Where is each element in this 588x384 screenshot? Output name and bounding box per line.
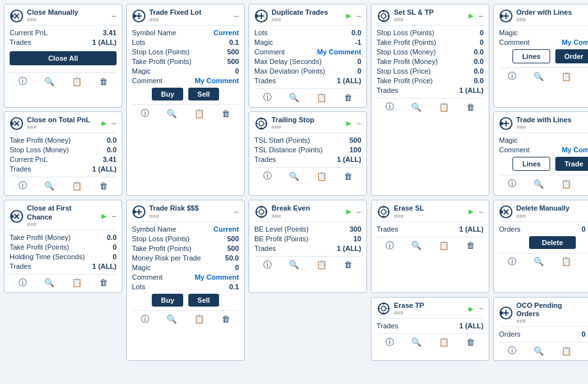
footer-icons: ⓘ 🔍 📋 🗑 [132, 310, 239, 325]
card-menu-icon[interactable]: − [111, 119, 117, 128]
copy-icon[interactable]: 📋 [439, 337, 449, 347]
search-icon[interactable]: 🔍 [534, 179, 544, 189]
play-icon[interactable]: ► [100, 118, 108, 128]
info-icon[interactable]: ⓘ [508, 345, 516, 356]
info-icon[interactable]: ⓘ [19, 277, 27, 289]
copy-icon[interactable]: 📋 [561, 257, 571, 266]
trailing-stop-icon [254, 116, 268, 131]
trade-button[interactable]: Trade [555, 157, 588, 171]
footer-icons: ⓘ 🔍 📋 🗑 [499, 342, 588, 356]
card-title: Trade Risk $$$ [149, 204, 231, 212]
search-icon[interactable]: 🔍 [534, 346, 544, 356]
buy-button[interactable]: Buy [152, 88, 183, 100]
play-icon[interactable]: ► [100, 211, 108, 221]
info-icon[interactable]: ⓘ [263, 170, 272, 182]
search-icon[interactable]: 🔍 [44, 278, 54, 287]
delete-manually-icon [499, 205, 513, 219]
play-icon[interactable]: ► [345, 207, 353, 216]
card-menu-icon[interactable]: − [234, 12, 239, 20]
copy-icon[interactable]: 📋 [72, 181, 82, 191]
erase-tp-icon [377, 301, 391, 316]
trash-icon[interactable]: 🗑 [99, 77, 108, 86]
trash-icon[interactable]: 🗑 [99, 278, 108, 287]
trash-icon[interactable]: 🗑 [344, 93, 352, 102]
card-menu-icon[interactable]: − [356, 12, 361, 20]
card-title: OCO Pending Orders [516, 301, 586, 318]
copy-icon[interactable]: 📋 [561, 72, 571, 81]
play-icon[interactable]: ► [345, 118, 353, 128]
magic-row: Magic 0 [132, 67, 239, 75]
copy-icon[interactable]: 📋 [439, 102, 449, 112]
play-icon[interactable]: ► [345, 11, 353, 20]
lines-button[interactable]: Lines [512, 157, 550, 171]
card-menu-icon[interactable]: − [356, 119, 361, 128]
copy-icon[interactable]: 📋 [561, 179, 571, 189]
play-icon[interactable]: ► [467, 11, 475, 20]
copy-icon[interactable]: 📋 [316, 93, 327, 102]
copy-icon[interactable]: 📋 [194, 109, 204, 118]
search-icon[interactable]: 🔍 [411, 102, 421, 112]
search-icon[interactable]: 🔍 [167, 109, 177, 118]
card-menu-icon[interactable]: − [478, 304, 484, 313]
card-menu-icon[interactable]: − [111, 212, 117, 221]
trash-icon[interactable]: 🗑 [99, 181, 108, 191]
search-icon[interactable]: 🔍 [44, 77, 54, 86]
card-subtitle: ### [272, 17, 341, 23]
card-menu-icon[interactable]: − [111, 12, 117, 20]
copy-icon[interactable]: 📋 [194, 314, 204, 324]
info-icon[interactable]: ⓘ [386, 337, 394, 348]
copy-icon[interactable]: 📋 [316, 260, 327, 269]
info-icon[interactable]: ⓘ [141, 314, 149, 325]
info-icon[interactable]: ⓘ [508, 256, 516, 268]
search-icon[interactable]: 🔍 [289, 93, 299, 102]
card-subtitle: ### [149, 213, 231, 220]
trash-icon[interactable]: 🗑 [222, 314, 230, 324]
search-icon[interactable]: 🔍 [411, 241, 421, 250]
search-icon[interactable]: 🔍 [44, 181, 54, 191]
card-menu-icon[interactable]: − [356, 207, 361, 216]
delete-button[interactable]: Delete [529, 236, 576, 249]
info-icon[interactable]: ⓘ [263, 259, 272, 271]
trash-icon[interactable]: 🗑 [344, 260, 352, 269]
card-menu-icon[interactable]: − [478, 207, 484, 216]
info-icon[interactable]: ⓘ [19, 180, 27, 191]
card-menu-icon[interactable]: − [478, 12, 484, 20]
trash-icon[interactable]: 🗑 [466, 337, 475, 347]
info-icon[interactable]: ⓘ [508, 70, 516, 82]
info-icon[interactable]: ⓘ [386, 101, 394, 113]
info-icon[interactable]: ⓘ [19, 76, 27, 87]
search-icon[interactable]: 🔍 [289, 260, 299, 269]
card-menu-icon[interactable]: − [234, 207, 239, 216]
card-oco-pending-orders: OCO Pending Orders ### ► − Orders0 (ALL)… [493, 297, 588, 361]
trash-icon[interactable]: 🗑 [344, 172, 352, 181]
order-button[interactable]: Order [555, 49, 588, 63]
info-icon[interactable]: ⓘ [386, 240, 394, 252]
search-icon[interactable]: 🔍 [289, 172, 299, 181]
trash-icon[interactable]: 🗑 [466, 102, 475, 112]
play-icon[interactable]: ► [467, 304, 475, 314]
search-icon[interactable]: 🔍 [534, 257, 544, 266]
info-icon[interactable]: ⓘ [508, 178, 516, 189]
card-header: Break Even ### ► − [254, 204, 361, 221]
close-all-button[interactable]: Close All [10, 51, 117, 65]
sell-button[interactable]: Sell [188, 88, 219, 100]
lines-button[interactable]: Lines [512, 49, 550, 63]
copy-icon[interactable]: 📋 [439, 241, 449, 250]
buy-button[interactable]: Buy [152, 294, 183, 307]
copy-icon[interactable]: 📋 [561, 346, 571, 356]
trash-icon[interactable]: 🗑 [222, 109, 230, 118]
search-icon[interactable]: 🔍 [411, 337, 421, 347]
copy-icon[interactable]: 📋 [72, 77, 82, 86]
copy-icon[interactable]: 📋 [72, 278, 82, 287]
sell-button[interactable]: Sell [188, 294, 219, 307]
svg-point-57 [381, 307, 386, 311]
info-icon[interactable]: ⓘ [141, 108, 149, 119]
play-icon[interactable]: ► [467, 207, 475, 216]
card-subtitle: ### [27, 17, 108, 23]
info-icon[interactable]: ⓘ [263, 92, 272, 103]
copy-icon[interactable]: 📋 [316, 172, 327, 181]
search-icon[interactable]: 🔍 [167, 314, 177, 324]
trash-icon[interactable]: 🗑 [466, 241, 475, 250]
search-icon[interactable]: 🔍 [534, 72, 544, 81]
footer-icons: ⓘ 🔍 📋 🗑 [377, 237, 484, 252]
